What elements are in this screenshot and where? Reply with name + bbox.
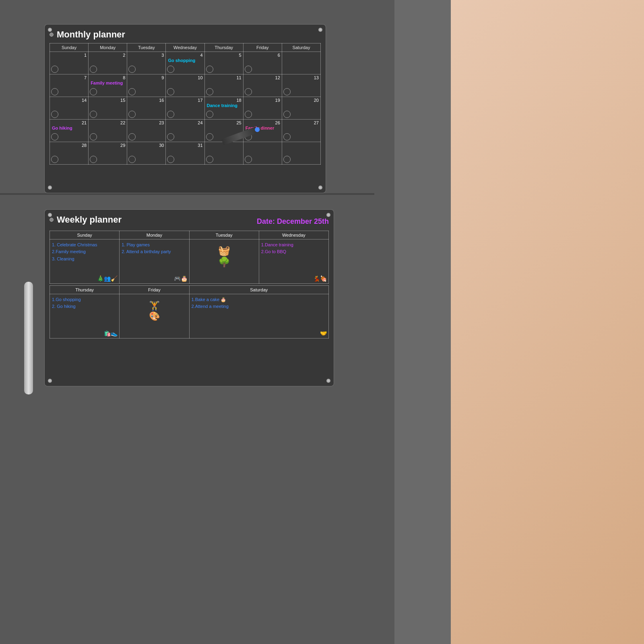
cal-cell: 16 bbox=[127, 97, 166, 120]
screw-tl-weekly bbox=[48, 213, 52, 217]
monthly-calendar: Sunday Monday Tuesday Wednesday Thursday… bbox=[50, 43, 321, 165]
weekly-item-bake-cake: 1.Bake a cake 🎂 bbox=[192, 297, 327, 303]
cal-circle bbox=[90, 133, 97, 140]
fridge-handle bbox=[24, 282, 33, 394]
weekly-item: 1. Play games bbox=[122, 242, 187, 248]
weekly-title-text: Weekly planner bbox=[57, 215, 122, 225]
event-go-hiking: Go hiking bbox=[52, 126, 87, 131]
cal-cell: 27 bbox=[282, 120, 320, 142]
col-sunday: Sunday bbox=[50, 43, 89, 52]
screw-tl bbox=[48, 28, 52, 32]
cal-circle bbox=[51, 111, 58, 118]
cal-circle bbox=[167, 156, 174, 163]
col-wednesday: Wednesday bbox=[166, 43, 204, 52]
cal-row-1: 1 2 3 4 Go shopping 5 bbox=[50, 52, 321, 74]
cal-circle bbox=[167, 111, 174, 118]
weekly-col-tuesday: Tuesday bbox=[189, 231, 259, 239]
cal-circle bbox=[206, 66, 213, 73]
cal-circle bbox=[128, 156, 136, 163]
weekly-col-sunday: Sunday bbox=[50, 231, 120, 239]
cal-cell: 29 bbox=[89, 142, 127, 165]
weekly-item: 1. Celebrate Christmas bbox=[52, 242, 117, 248]
weekly-item: 2.Go to BBQ bbox=[261, 249, 326, 255]
screw-tr-weekly bbox=[326, 213, 330, 217]
col-thursday: Thursday bbox=[204, 43, 243, 52]
cal-cell-go-hiking: 21 Go hiking bbox=[50, 120, 89, 142]
cal-cell-empty bbox=[243, 142, 282, 165]
cal-circle bbox=[167, 88, 174, 95]
cal-circle bbox=[167, 133, 174, 140]
weekly-cell-sunday: 1. Celebrate Christmas 2.Family meeting … bbox=[50, 239, 120, 284]
cal-circle bbox=[51, 133, 58, 140]
weekly-item-go-shopping: 1.Go shopping bbox=[52, 297, 117, 303]
weekly-planner-board: Weekly planner Date: December 25th Sunda… bbox=[44, 209, 334, 386]
weekly-item: 3. Cleaning bbox=[52, 256, 117, 262]
cal-row-5: 28 29 30 31 bbox=[50, 142, 321, 165]
weekly-item-attend-meeting: 2.Attend a meeting bbox=[192, 303, 327, 310]
weekly-top-row: 1. Celebrate Christmas 2.Family meeting … bbox=[50, 239, 329, 284]
cal-cell-empty bbox=[204, 142, 243, 165]
monthly-planner-board: Monthly planner Sunday Monday Tuesday We… bbox=[44, 24, 326, 193]
cal-cell-go-shopping: 4 Go shopping bbox=[166, 52, 204, 74]
weekly-date: Date: December 25th bbox=[257, 217, 329, 226]
weekly-top-grid: Sunday Monday Tuesday Wednesday 1. Celeb… bbox=[50, 231, 329, 284]
monthly-planner-title: Monthly planner bbox=[50, 29, 321, 40]
cal-circle bbox=[206, 88, 213, 95]
cal-circle bbox=[245, 156, 252, 163]
cal-cell: 13 bbox=[282, 74, 320, 97]
weekly-col-wednesday: Wednesday bbox=[259, 231, 328, 239]
cal-cell: 17 bbox=[166, 97, 204, 120]
cal-circle bbox=[283, 156, 291, 163]
cal-cell: 20 bbox=[282, 97, 320, 120]
cal-cell: 14 bbox=[50, 97, 89, 120]
cal-circle bbox=[90, 66, 97, 73]
cal-circle bbox=[128, 88, 136, 95]
cal-circle bbox=[283, 88, 291, 95]
weekly-cell-wednesday: 1.Dance training 2.Go to BBQ 💃🍖 bbox=[259, 239, 328, 284]
cal-cell: 19 bbox=[243, 97, 282, 120]
col-friday: Friday bbox=[243, 43, 282, 52]
cal-cell: 15 bbox=[89, 97, 127, 120]
cal-circle bbox=[245, 66, 252, 73]
cal-circle bbox=[206, 156, 213, 163]
cal-cell: 1 bbox=[50, 52, 89, 74]
cal-cell: 31 bbox=[166, 142, 204, 165]
cal-circle bbox=[283, 111, 291, 118]
weekly-planner-title: Weekly planner bbox=[50, 215, 122, 225]
cal-circle bbox=[51, 66, 58, 73]
weekly-cell-tuesday: 🧺🌳 bbox=[189, 239, 259, 284]
weekly-cell-thursday: 1.Go shopping 2. Go hiking 🛍️👟 bbox=[50, 294, 120, 339]
weekly-header: Weekly planner Date: December 25th bbox=[50, 215, 329, 228]
cal-circle bbox=[128, 133, 136, 140]
screw-br bbox=[318, 186, 322, 190]
weekly-item: 2. Attend a birthday party bbox=[122, 249, 187, 255]
cal-cell: 3 bbox=[127, 52, 166, 74]
cal-circle bbox=[51, 156, 58, 163]
screw-bl-weekly bbox=[48, 379, 52, 383]
weekly-bottom-row: 1.Go shopping 2. Go hiking 🛍️👟 🏋️🎨 1.Bak… bbox=[50, 294, 329, 339]
cal-cell: 28 bbox=[50, 142, 89, 165]
cal-circle bbox=[206, 111, 213, 118]
weekly-cell-monday: 1. Play games 2. Attend a birthday party… bbox=[120, 239, 189, 284]
weekly-col-thursday: Thursday bbox=[50, 286, 120, 294]
cal-circle bbox=[128, 111, 136, 118]
weekly-item: 2.Family meeting bbox=[52, 249, 117, 255]
cal-cell: 11 bbox=[204, 74, 243, 97]
monthly-title-text: Monthly planner bbox=[57, 29, 125, 40]
weekly-cell-friday: 🏋️🎨 bbox=[120, 294, 189, 339]
cal-cell-empty bbox=[282, 52, 320, 74]
cal-row-4: 21 Go hiking 22 23 24 25 bbox=[50, 120, 321, 142]
right-wall bbox=[451, 0, 644, 644]
cal-circle bbox=[283, 133, 291, 140]
event-go-shopping: Go shopping bbox=[168, 58, 203, 63]
cal-row-2: 7 8 Family meeting 9 10 11 bbox=[50, 74, 321, 97]
col-tuesday: Tuesday bbox=[127, 43, 166, 52]
weekly-cell-saturday: 1.Bake a cake 🎂 2.Attend a meeting 🤝 bbox=[189, 294, 329, 339]
cal-cell: 12 bbox=[243, 74, 282, 97]
cal-circle bbox=[245, 88, 252, 95]
screw-tr bbox=[318, 28, 322, 32]
cal-cell: 10 bbox=[166, 74, 204, 97]
cal-cell: 30 bbox=[127, 142, 166, 165]
cal-cell: 5 bbox=[204, 52, 243, 74]
cal-cell: 23 bbox=[127, 120, 166, 142]
